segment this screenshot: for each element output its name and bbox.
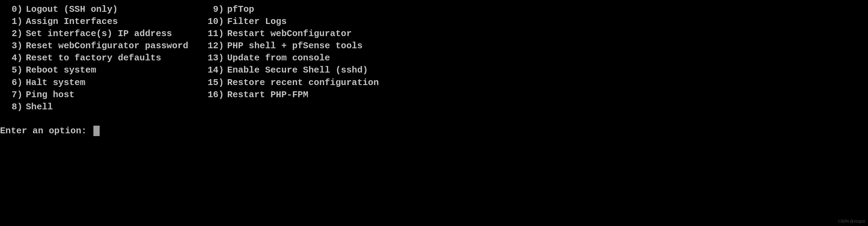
menu-item-number: 7 — [6, 89, 17, 101]
menu-item-update-console[interactable]: 13)Update from console — [208, 52, 379, 64]
menu-item-label: PHP shell + pfSense tools — [227, 40, 362, 52]
menu-item-factory-reset[interactable]: 4)Reset to factory defaults — [6, 52, 204, 64]
menu-item-label: Assign Interfaces — [26, 16, 118, 28]
menu-item-restart-phpfpm[interactable]: 16)Restart PHP-FPM — [208, 89, 379, 101]
menu-item-label: Halt system — [26, 77, 85, 89]
menu-item-shell[interactable]: 8)Shell — [6, 101, 204, 113]
menu-item-label: Logout (SSH only) — [26, 3, 118, 16]
menu-item-label: Filter Logs — [227, 16, 287, 28]
menu-item-number: 16 — [208, 89, 218, 101]
paren: ) — [218, 64, 227, 76]
menu-item-number: 2 — [6, 28, 17, 40]
menu-item-label: pfTop — [227, 3, 254, 16]
menu-item-number: 5 — [6, 64, 17, 76]
menu-item-number: 11 — [208, 28, 218, 40]
paren: ) — [17, 3, 26, 16]
menu-item-assign-interfaces[interactable]: 1)Assign Interfaces — [6, 16, 204, 28]
paren: ) — [218, 40, 227, 52]
menu-item-number: 13 — [208, 52, 218, 64]
menu-item-set-ip[interactable]: 2)Set interface(s) IP address — [6, 28, 204, 40]
menu-item-php-shell[interactable]: 12)PHP shell + pfSense tools — [208, 40, 379, 52]
paren: ) — [17, 28, 26, 40]
paren: ) — [17, 77, 26, 89]
menu-item-number: 8 — [6, 101, 17, 113]
menu-item-label: Restart PHP-FPM — [227, 89, 308, 101]
paren: ) — [218, 89, 227, 101]
menu-item-label: Reset webConfigurator password — [26, 40, 188, 52]
menu-item-ping[interactable]: 7)Ping host — [6, 89, 204, 101]
prompt-row[interactable]: Enter an option: — [0, 125, 868, 137]
paren: ) — [218, 3, 227, 16]
paren: ) — [17, 101, 26, 113]
menu-item-label: Shell — [26, 101, 53, 113]
paren: ) — [17, 89, 26, 101]
paren: ) — [17, 64, 26, 76]
console-menu: 0)Logout (SSH only) 1)Assign Interfaces … — [0, 3, 868, 113]
menu-item-label: Ping host — [26, 89, 74, 101]
menu-item-label: Set interface(s) IP address — [26, 28, 172, 40]
menu-item-label: Update from console — [227, 52, 330, 64]
watermark: CSDN @zlzgzlz — [838, 219, 865, 224]
menu-item-halt[interactable]: 6)Halt system — [6, 77, 204, 89]
paren: ) — [218, 16, 227, 28]
menu-column-right: 9)pfTop 10)Filter Logs 11)Restart webCon… — [204, 3, 379, 113]
menu-item-number: 9 — [208, 3, 218, 16]
menu-item-number: 10 — [208, 16, 218, 28]
paren: ) — [218, 52, 227, 64]
paren: ) — [218, 77, 227, 89]
menu-item-restore-config[interactable]: 15)Restore recent configuration — [208, 77, 379, 89]
menu-item-number: 15 — [208, 77, 218, 89]
menu-item-number: 4 — [6, 52, 17, 64]
menu-item-reboot[interactable]: 5)Reboot system — [6, 64, 204, 76]
menu-item-number: 6 — [6, 77, 17, 89]
menu-item-reset-password[interactable]: 3)Reset webConfigurator password — [6, 40, 204, 52]
paren: ) — [17, 52, 26, 64]
menu-item-number: 14 — [208, 64, 218, 76]
menu-column-left: 0)Logout (SSH only) 1)Assign Interfaces … — [6, 3, 204, 113]
menu-item-label: Reboot system — [26, 64, 96, 76]
menu-item-number: 1 — [6, 16, 17, 28]
menu-item-label: Restore recent configuration — [227, 77, 379, 89]
cursor-icon — [93, 126, 100, 136]
menu-item-label: Restart webConfigurator — [227, 28, 352, 40]
paren: ) — [17, 40, 26, 52]
paren: ) — [17, 16, 26, 28]
menu-item-filter-logs[interactable]: 10)Filter Logs — [208, 16, 379, 28]
menu-item-enable-ssh[interactable]: 14)Enable Secure Shell (sshd) — [208, 64, 379, 76]
prompt-label: Enter an option: — [0, 125, 92, 137]
menu-item-number: 0 — [6, 3, 17, 16]
menu-item-pftop[interactable]: 9)pfTop — [208, 3, 379, 16]
menu-item-label: Reset to factory defaults — [26, 52, 161, 64]
menu-item-label: Enable Secure Shell (sshd) — [227, 64, 368, 76]
menu-item-number: 12 — [208, 40, 218, 52]
menu-item-restart-webconfig[interactable]: 11)Restart webConfigurator — [208, 28, 379, 40]
paren: ) — [218, 28, 227, 40]
menu-item-logout[interactable]: 0)Logout (SSH only) — [6, 3, 204, 16]
menu-item-number: 3 — [6, 40, 17, 52]
